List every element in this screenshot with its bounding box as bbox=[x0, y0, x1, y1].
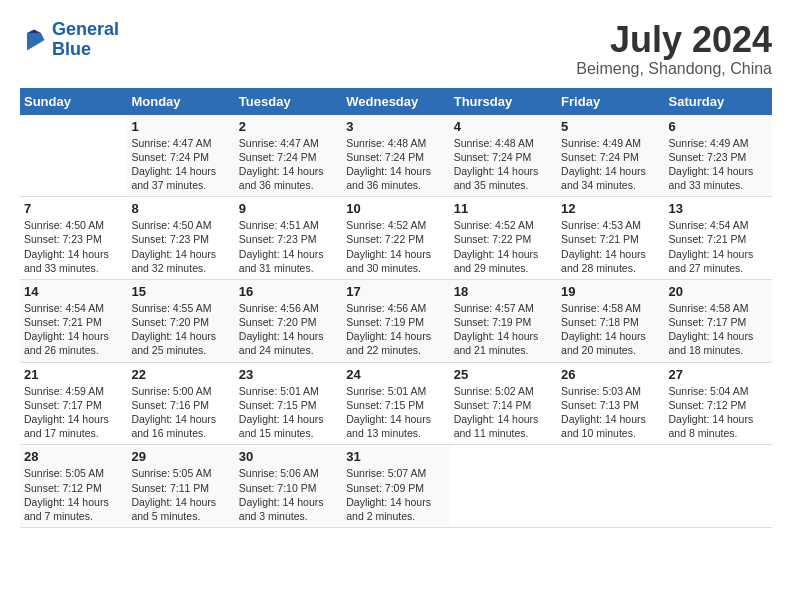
calendar-cell: 18Sunrise: 4:57 AM Sunset: 7:19 PM Dayli… bbox=[450, 279, 557, 362]
svg-marker-1 bbox=[27, 29, 41, 33]
calendar-cell: 1Sunrise: 4:47 AM Sunset: 7:24 PM Daylig… bbox=[127, 115, 234, 197]
week-row-1: 1Sunrise: 4:47 AM Sunset: 7:24 PM Daylig… bbox=[20, 115, 772, 197]
calendar-cell: 19Sunrise: 4:58 AM Sunset: 7:18 PM Dayli… bbox=[557, 279, 664, 362]
day-info: Sunrise: 5:03 AM Sunset: 7:13 PM Dayligh… bbox=[561, 384, 660, 441]
day-info: Sunrise: 5:01 AM Sunset: 7:15 PM Dayligh… bbox=[346, 384, 445, 441]
day-number: 16 bbox=[239, 284, 338, 299]
calendar-cell: 7Sunrise: 4:50 AM Sunset: 7:23 PM Daylig… bbox=[20, 197, 127, 280]
weekday-header-sunday: Sunday bbox=[20, 88, 127, 115]
day-number: 21 bbox=[24, 367, 123, 382]
calendar-cell bbox=[665, 445, 772, 528]
calendar-cell bbox=[450, 445, 557, 528]
header: General Blue July 2024 Beimeng, Shandong… bbox=[20, 20, 772, 78]
calendar-cell: 25Sunrise: 5:02 AM Sunset: 7:14 PM Dayli… bbox=[450, 362, 557, 445]
day-info: Sunrise: 4:52 AM Sunset: 7:22 PM Dayligh… bbox=[454, 218, 553, 275]
day-info: Sunrise: 4:47 AM Sunset: 7:24 PM Dayligh… bbox=[239, 136, 338, 193]
day-number: 18 bbox=[454, 284, 553, 299]
day-number: 1 bbox=[131, 119, 230, 134]
week-row-3: 14Sunrise: 4:54 AM Sunset: 7:21 PM Dayli… bbox=[20, 279, 772, 362]
calendar-cell: 2Sunrise: 4:47 AM Sunset: 7:24 PM Daylig… bbox=[235, 115, 342, 197]
svg-marker-0 bbox=[27, 33, 45, 51]
weekday-header-monday: Monday bbox=[127, 88, 234, 115]
weekday-header-thursday: Thursday bbox=[450, 88, 557, 115]
calendar-cell: 8Sunrise: 4:50 AM Sunset: 7:23 PM Daylig… bbox=[127, 197, 234, 280]
day-info: Sunrise: 4:54 AM Sunset: 7:21 PM Dayligh… bbox=[24, 301, 123, 358]
day-info: Sunrise: 5:05 AM Sunset: 7:11 PM Dayligh… bbox=[131, 466, 230, 523]
day-info: Sunrise: 5:01 AM Sunset: 7:15 PM Dayligh… bbox=[239, 384, 338, 441]
calendar-table: SundayMondayTuesdayWednesdayThursdayFrid… bbox=[20, 88, 772, 528]
day-number: 8 bbox=[131, 201, 230, 216]
day-info: Sunrise: 4:50 AM Sunset: 7:23 PM Dayligh… bbox=[131, 218, 230, 275]
day-number: 26 bbox=[561, 367, 660, 382]
day-number: 19 bbox=[561, 284, 660, 299]
day-info: Sunrise: 5:00 AM Sunset: 7:16 PM Dayligh… bbox=[131, 384, 230, 441]
week-row-5: 28Sunrise: 5:05 AM Sunset: 7:12 PM Dayli… bbox=[20, 445, 772, 528]
day-info: Sunrise: 4:55 AM Sunset: 7:20 PM Dayligh… bbox=[131, 301, 230, 358]
day-info: Sunrise: 4:47 AM Sunset: 7:24 PM Dayligh… bbox=[131, 136, 230, 193]
day-number: 17 bbox=[346, 284, 445, 299]
day-number: 31 bbox=[346, 449, 445, 464]
day-info: Sunrise: 4:57 AM Sunset: 7:19 PM Dayligh… bbox=[454, 301, 553, 358]
day-info: Sunrise: 5:04 AM Sunset: 7:12 PM Dayligh… bbox=[669, 384, 768, 441]
calendar-cell: 23Sunrise: 5:01 AM Sunset: 7:15 PM Dayli… bbox=[235, 362, 342, 445]
day-info: Sunrise: 4:54 AM Sunset: 7:21 PM Dayligh… bbox=[669, 218, 768, 275]
calendar-cell: 9Sunrise: 4:51 AM Sunset: 7:23 PM Daylig… bbox=[235, 197, 342, 280]
calendar-cell bbox=[557, 445, 664, 528]
logo-line2: Blue bbox=[52, 39, 91, 59]
day-info: Sunrise: 4:53 AM Sunset: 7:21 PM Dayligh… bbox=[561, 218, 660, 275]
day-number: 30 bbox=[239, 449, 338, 464]
weekday-header-saturday: Saturday bbox=[665, 88, 772, 115]
day-number: 24 bbox=[346, 367, 445, 382]
day-info: Sunrise: 4:58 AM Sunset: 7:17 PM Dayligh… bbox=[669, 301, 768, 358]
day-number: 14 bbox=[24, 284, 123, 299]
calendar-cell: 17Sunrise: 4:56 AM Sunset: 7:19 PM Dayli… bbox=[342, 279, 449, 362]
calendar-cell: 20Sunrise: 4:58 AM Sunset: 7:17 PM Dayli… bbox=[665, 279, 772, 362]
calendar-cell: 21Sunrise: 4:59 AM Sunset: 7:17 PM Dayli… bbox=[20, 362, 127, 445]
subtitle: Beimeng, Shandong, China bbox=[576, 60, 772, 78]
day-info: Sunrise: 5:05 AM Sunset: 7:12 PM Dayligh… bbox=[24, 466, 123, 523]
calendar-cell: 15Sunrise: 4:55 AM Sunset: 7:20 PM Dayli… bbox=[127, 279, 234, 362]
day-number: 2 bbox=[239, 119, 338, 134]
day-info: Sunrise: 4:58 AM Sunset: 7:18 PM Dayligh… bbox=[561, 301, 660, 358]
calendar-cell: 30Sunrise: 5:06 AM Sunset: 7:10 PM Dayli… bbox=[235, 445, 342, 528]
day-info: Sunrise: 5:06 AM Sunset: 7:10 PM Dayligh… bbox=[239, 466, 338, 523]
day-number: 3 bbox=[346, 119, 445, 134]
day-number: 5 bbox=[561, 119, 660, 134]
day-info: Sunrise: 5:02 AM Sunset: 7:14 PM Dayligh… bbox=[454, 384, 553, 441]
day-info: Sunrise: 4:51 AM Sunset: 7:23 PM Dayligh… bbox=[239, 218, 338, 275]
day-number: 22 bbox=[131, 367, 230, 382]
title-block: July 2024 Beimeng, Shandong, China bbox=[576, 20, 772, 78]
logo: General Blue bbox=[20, 20, 119, 60]
calendar-cell: 16Sunrise: 4:56 AM Sunset: 7:20 PM Dayli… bbox=[235, 279, 342, 362]
calendar-cell: 31Sunrise: 5:07 AM Sunset: 7:09 PM Dayli… bbox=[342, 445, 449, 528]
weekday-header-friday: Friday bbox=[557, 88, 664, 115]
day-number: 4 bbox=[454, 119, 553, 134]
day-info: Sunrise: 5:07 AM Sunset: 7:09 PM Dayligh… bbox=[346, 466, 445, 523]
calendar-cell: 10Sunrise: 4:52 AM Sunset: 7:22 PM Dayli… bbox=[342, 197, 449, 280]
calendar-cell: 3Sunrise: 4:48 AM Sunset: 7:24 PM Daylig… bbox=[342, 115, 449, 197]
calendar-cell: 24Sunrise: 5:01 AM Sunset: 7:15 PM Dayli… bbox=[342, 362, 449, 445]
day-number: 23 bbox=[239, 367, 338, 382]
day-number: 13 bbox=[669, 201, 768, 216]
day-number: 12 bbox=[561, 201, 660, 216]
day-number: 27 bbox=[669, 367, 768, 382]
calendar-cell: 13Sunrise: 4:54 AM Sunset: 7:21 PM Dayli… bbox=[665, 197, 772, 280]
day-number: 20 bbox=[669, 284, 768, 299]
calendar-cell: 22Sunrise: 5:00 AM Sunset: 7:16 PM Dayli… bbox=[127, 362, 234, 445]
day-info: Sunrise: 4:49 AM Sunset: 7:23 PM Dayligh… bbox=[669, 136, 768, 193]
day-number: 10 bbox=[346, 201, 445, 216]
weekday-header-tuesday: Tuesday bbox=[235, 88, 342, 115]
day-info: Sunrise: 4:48 AM Sunset: 7:24 PM Dayligh… bbox=[346, 136, 445, 193]
day-number: 25 bbox=[454, 367, 553, 382]
day-info: Sunrise: 4:56 AM Sunset: 7:20 PM Dayligh… bbox=[239, 301, 338, 358]
day-info: Sunrise: 4:48 AM Sunset: 7:24 PM Dayligh… bbox=[454, 136, 553, 193]
day-info: Sunrise: 4:56 AM Sunset: 7:19 PM Dayligh… bbox=[346, 301, 445, 358]
day-number: 7 bbox=[24, 201, 123, 216]
calendar-cell: 27Sunrise: 5:04 AM Sunset: 7:12 PM Dayli… bbox=[665, 362, 772, 445]
calendar-cell: 29Sunrise: 5:05 AM Sunset: 7:11 PM Dayli… bbox=[127, 445, 234, 528]
day-number: 11 bbox=[454, 201, 553, 216]
logo-text: General Blue bbox=[52, 20, 119, 60]
day-info: Sunrise: 4:50 AM Sunset: 7:23 PM Dayligh… bbox=[24, 218, 123, 275]
day-number: 28 bbox=[24, 449, 123, 464]
day-info: Sunrise: 4:59 AM Sunset: 7:17 PM Dayligh… bbox=[24, 384, 123, 441]
